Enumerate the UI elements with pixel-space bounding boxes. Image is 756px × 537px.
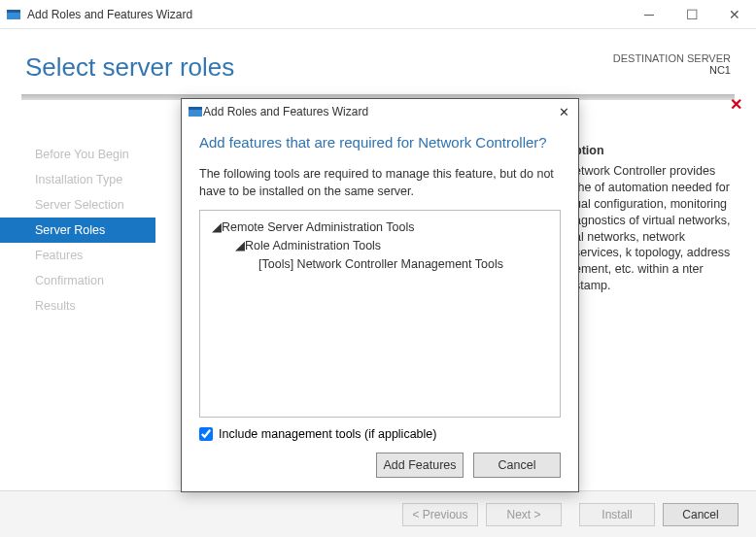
wizard-footer: < Previous Next > Install Cancel bbox=[0, 490, 756, 537]
wizard-main: Select server roles DESTINATION SERVER N… bbox=[0, 29, 756, 537]
nav-results[interactable]: Results bbox=[0, 293, 155, 319]
nav-before-you-begin[interactable]: Before You Begin bbox=[0, 142, 155, 167]
window-titlebar: Add Roles and Features Wizard ─ ☐ ✕ bbox=[0, 0, 756, 29]
svg-rect-1 bbox=[7, 10, 20, 13]
destination-server: NC1 bbox=[613, 64, 731, 76]
expand-icon[interactable]: ◢ bbox=[235, 237, 245, 255]
include-tools-label: Include management tools (if applicable) bbox=[219, 427, 436, 441]
nav-server-roles[interactable]: Server Roles bbox=[0, 218, 155, 243]
expand-icon[interactable]: ◢ bbox=[212, 218, 222, 237]
dialog-cancel-button[interactable]: Cancel bbox=[473, 453, 561, 478]
include-tools-row[interactable]: Include management tools (if applicable) bbox=[199, 427, 561, 441]
next-button[interactable]: Next > bbox=[486, 503, 562, 526]
minimize-button[interactable]: ─ bbox=[628, 0, 670, 29]
nav-confirmation[interactable]: Confirmation bbox=[0, 268, 155, 293]
tree-item[interactable]: [Tools] Network Controller Management To… bbox=[210, 255, 550, 274]
svg-rect-3 bbox=[189, 107, 202, 110]
dialog-title: Add Roles and Features Wizard bbox=[203, 105, 553, 118]
dialog-buttons: Add Features Cancel bbox=[199, 453, 561, 478]
required-tools-tree: ◢Remote Server Administration Tools ◢Rol… bbox=[199, 210, 561, 418]
destination-info: DESTINATION SERVER NC1 bbox=[613, 52, 731, 76]
page-title: Select server roles bbox=[25, 52, 234, 83]
tree-item[interactable]: ◢Remote Server Administration Tools bbox=[210, 218, 550, 237]
add-features-dialog: Add Roles and Features Wizard ✕ Add feat… bbox=[181, 98, 579, 492]
error-icon[interactable]: ✕ bbox=[730, 95, 742, 114]
cancel-button[interactable]: Cancel bbox=[663, 503, 739, 526]
nav-features[interactable]: Features bbox=[0, 243, 155, 268]
wizard-header: Select server roles DESTINATION SERVER N… bbox=[0, 29, 756, 94]
role-description: ption etwork Controller provides the of … bbox=[574, 144, 735, 294]
nav-installation-type[interactable]: Installation Type bbox=[0, 167, 155, 192]
previous-button[interactable]: < Previous bbox=[402, 503, 478, 526]
window-title: Add Roles and Features Wizard bbox=[27, 8, 628, 21]
add-features-button[interactable]: Add Features bbox=[376, 453, 464, 478]
dialog-body: Add features that are required for Netwo… bbox=[182, 124, 578, 491]
dialog-heading: Add features that are required for Netwo… bbox=[199, 134, 561, 151]
dialog-explain: The following tools are required to mana… bbox=[199, 166, 561, 200]
tree-item[interactable]: ◢Role Administration Tools bbox=[210, 237, 550, 255]
maximize-button[interactable]: ☐ bbox=[670, 0, 713, 29]
wizard-nav: Before You Begin Installation Type Serve… bbox=[0, 130, 155, 490]
destination-label: DESTINATION SERVER bbox=[613, 52, 731, 64]
close-button[interactable]: ✕ bbox=[713, 0, 756, 29]
description-heading: ption bbox=[574, 144, 735, 157]
dialog-close-button[interactable]: ✕ bbox=[553, 101, 574, 122]
include-tools-checkbox[interactable] bbox=[199, 427, 213, 441]
nav-server-selection[interactable]: Server Selection bbox=[0, 192, 155, 218]
app-icon bbox=[6, 7, 21, 22]
install-button[interactable]: Install bbox=[579, 503, 655, 526]
dialog-app-icon bbox=[188, 104, 203, 119]
description-text: etwork Controller provides the of automa… bbox=[574, 163, 735, 294]
dialog-titlebar: Add Roles and Features Wizard ✕ bbox=[182, 99, 578, 124]
